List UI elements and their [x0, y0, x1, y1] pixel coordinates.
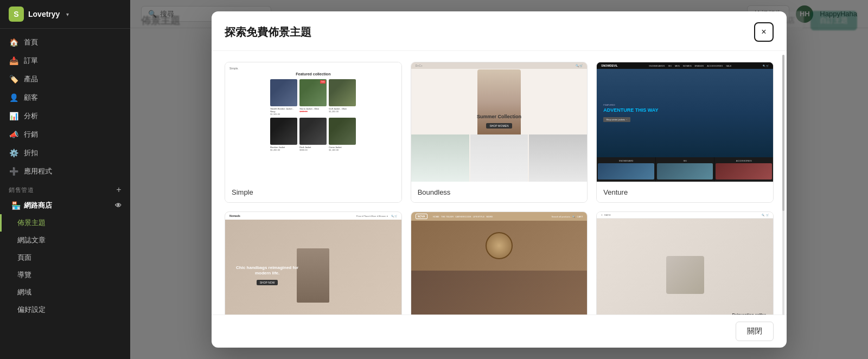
sidebar-item-orders[interactable]: 📥 訂單	[0, 52, 130, 70]
apps-icon: ➕	[9, 166, 18, 176]
online-store-label: 網路商店	[24, 201, 52, 210]
theme-card-ratio[interactable]: ≡ RATIO 🔍 🛒 Reinventing coffeefrom the g…	[596, 211, 774, 315]
theme-explorer-modal: 探索免費佈景主題 × Simple. Featured collection	[212, 11, 787, 348]
theme-name-venture: Venture	[603, 188, 628, 196]
venture-nav: SNOWDEVIL SNOWBOARDSSKIMENWOMENBRANDSACC…	[597, 62, 773, 69]
theme-preview-nova: NOVA HOME THE TELIER GATHER/COOK LIFESTY…	[411, 212, 588, 315]
theme-info-simple: Simple	[225, 182, 401, 202]
home-icon: 🏠	[9, 37, 18, 47]
sidebar-item-products[interactable]: 🏷️ 產品	[0, 70, 130, 88]
sales-channel-title: 銷售管道	[9, 186, 34, 194]
store-icon: 🏪	[11, 201, 21, 210]
sidebar-item-blog[interactable]: 網誌文章	[0, 232, 130, 249]
nova-nav: NOVA HOME THE TELIER GATHER/COOK LIFESTY…	[411, 212, 588, 221]
nav-label-analytics: 分析	[24, 111, 38, 121]
theme-info-venture: Venture	[597, 182, 773, 202]
theme-preview-simple: Simple. Featured collection Stealth Bomb…	[225, 62, 401, 182]
sidebar-item-marketing[interactable]: 📣 行銷	[0, 125, 130, 144]
boundless-nav-bar: D+C+ 🔍 🛒	[411, 62, 588, 69]
sidebar-nav: 🏠 首頁 📥 訂單 🏷️ 產品 👤 顧客 📊 分析 📣 行銷 ⚙️ 折扣 ➕	[0, 29, 130, 359]
theme-card-simple[interactable]: Simple. Featured collection Stealth Bomb…	[225, 62, 402, 203]
modal-body[interactable]: Simple. Featured collection Stealth Bomb…	[212, 51, 787, 315]
nav-label-discounts: 折扣	[24, 148, 38, 158]
customers-icon: 👤	[9, 93, 18, 102]
theme-name-simple: Simple	[232, 188, 253, 196]
themes-grid: Simple. Featured collection Stealth Bomb…	[225, 62, 774, 315]
sidebar-header: S Lovetryy ▾	[0, 0, 130, 29]
sidebar-item-preferences[interactable]: 偏好設定	[0, 301, 130, 318]
pages-label: 頁面	[17, 253, 31, 262]
sidebar-item-navigation[interactable]: 導覽	[0, 266, 130, 284]
theme-card-nomads[interactable]: Nomads Price ▾ Place ▾ More ▾ Women ▾ 🔍 …	[225, 211, 402, 315]
theme-preview-ratio: ≡ RATIO 🔍 🛒 Reinventing coffeefrom the g…	[597, 212, 773, 315]
sidebar-item-online-store[interactable]: 🏪 網路商店 👁	[0, 197, 130, 214]
preferences-label: 偏好設定	[17, 305, 46, 315]
venture-hero: FEATURED ADVENTURE THIS WAY Shop winter …	[597, 69, 773, 157]
theme-card-nova[interactable]: NOVA HOME THE TELIER GATHER/COOK LIFESTY…	[411, 211, 588, 315]
nav-label-orders: 訂單	[24, 56, 38, 66]
sidebar-item-analytics[interactable]: 📊 分析	[0, 107, 130, 125]
store-name: Lovetryy	[28, 10, 60, 18]
analytics-icon: 📊	[9, 111, 18, 121]
nomads-hero: Chic handbags reimagined formodern life.…	[225, 220, 401, 315]
boundless-hero: Summer Collection SHOP WOMEN	[411, 69, 588, 134]
sidebar-item-domains[interactable]: 網域	[0, 284, 130, 301]
navigation-label: 導覽	[17, 270, 31, 280]
modal-title: 探索免費佈景主題	[225, 25, 311, 40]
theme-info-boundless: Boundless	[411, 182, 588, 202]
add-sales-channel-button[interactable]: +	[116, 185, 122, 195]
blog-label: 網誌文章	[17, 235, 46, 245]
sidebar: S Lovetryy ▾ 🏠 首頁 📥 訂單 🏷️ 產品 👤 顧客 📊 分析 📣…	[0, 0, 130, 359]
theme-card-boundless[interactable]: D+C+ 🔍 🛒 Summer Collection SHOP WOMEN	[411, 62, 588, 203]
modal-header: 探索免費佈景主題 ×	[212, 11, 787, 51]
sidebar-item-apps[interactable]: ➕ 應用程式	[0, 162, 130, 181]
boundless-bottom-grid	[411, 134, 588, 182]
nav-label-products: 產品	[24, 74, 38, 84]
products-icon: 🏷️	[9, 74, 18, 84]
sidebar-item-pages[interactable]: 頁面	[0, 249, 130, 266]
nav-label-apps: 應用程式	[24, 166, 52, 176]
themes-label: 佈景主題	[17, 218, 46, 228]
sales-channel-section: 銷售管道 +	[0, 181, 130, 197]
nav-label-marketing: 行銷	[24, 130, 38, 139]
theme-preview-venture: SNOWDEVIL SNOWBOARDSSKIMENWOMENBRANDSACC…	[597, 62, 773, 182]
nomads-nav: Nomads Price ▾ Place ▾ More ▾ Women ▾ 🔍 …	[225, 212, 401, 220]
orders-icon: 📥	[9, 56, 18, 66]
close-icon: ×	[761, 27, 766, 37]
sidebar-item-customers[interactable]: 👤 顧客	[0, 88, 130, 107]
scroll-thumb[interactable]	[782, 55, 784, 211]
theme-preview-boundless: D+C+ 🔍 🛒 Summer Collection SHOP WOMEN	[411, 62, 588, 182]
modal-close-button[interactable]: ×	[754, 22, 774, 42]
theme-card-venture[interactable]: SNOWDEVIL SNOWBOARDSSKIMENWOMENBRANDSACC…	[596, 62, 774, 203]
ratio-nav: ≡ RATIO 🔍 🛒	[597, 212, 773, 219]
nova-hero	[411, 221, 588, 315]
domains-label: 網域	[17, 287, 31, 297]
sidebar-item-discounts[interactable]: ⚙️ 折扣	[0, 144, 130, 162]
theme-name-boundless: Boundless	[418, 188, 451, 196]
visibility-icon[interactable]: 👁	[115, 202, 122, 209]
scroll-indicator	[782, 55, 784, 315]
logo-text: S	[14, 10, 18, 18]
ratio-hero: Reinventing coffeefrom the grounds up	[597, 219, 773, 315]
theme-preview-nomads: Nomads Price ▾ Place ▾ More ▾ Women ▾ 🔍 …	[225, 212, 401, 315]
sidebar-item-home[interactable]: 🏠 首頁	[0, 33, 130, 52]
nav-label-customers: 顧客	[24, 93, 38, 102]
store-dropdown-arrow[interactable]: ▾	[66, 11, 69, 17]
modal-overlay: 探索免費佈景主題 × Simple. Featured collection	[130, 0, 868, 359]
shopify-logo: S	[9, 7, 24, 22]
main-content: 🔍 檢視報告 HH HappyHaha 佈景主題 探索免費佈景主題 造訪商店 自…	[130, 0, 868, 359]
discounts-icon: ⚙️	[9, 148, 18, 158]
nav-label-home: 首頁	[24, 37, 38, 47]
marketing-icon: 📣	[9, 130, 18, 139]
venture-categories: SNOWBOARD SKI ACCESSORIES	[597, 157, 773, 182]
sidebar-item-themes[interactable]: 佈景主題	[0, 214, 130, 232]
modal-footer: 關閉	[212, 315, 787, 348]
modal-footer-close-button[interactable]: 關閉	[736, 322, 774, 341]
